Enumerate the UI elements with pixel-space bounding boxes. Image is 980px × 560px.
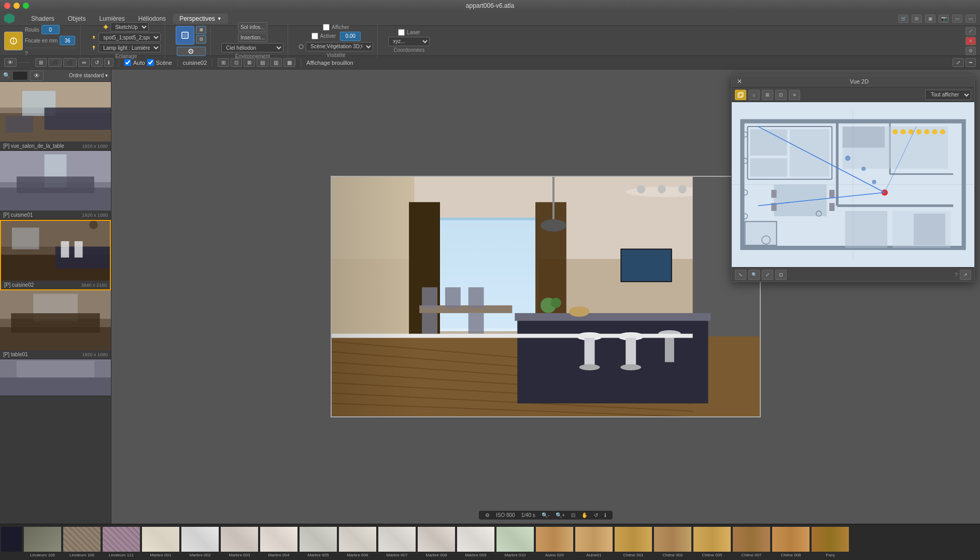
- perspective-item-cuisine02[interactable]: [P] cuisine02 3840 x 2160: [0, 220, 111, 290]
- viewport-mini-btn1[interactable]: ⊞: [196, 26, 206, 34]
- sketchup-select[interactable]: SketchUp: [110, 22, 149, 32]
- material-item-parq[interactable]: Parq: [812, 527, 849, 558]
- maximize-button[interactable]: [23, 3, 29, 9]
- search-input[interactable]: [12, 71, 28, 80]
- material-item-dark[interactable]: [1, 527, 22, 558]
- material-item-marbre006[interactable]: Marbre 006: [339, 527, 376, 558]
- auto-checkbox[interactable]: [124, 59, 131, 66]
- camera-icon-btn[interactable]: 📷: [939, 15, 949, 23]
- material-item-marbre010[interactable]: Marbre 010: [496, 527, 534, 558]
- nav-shaders[interactable]: Shaders: [25, 13, 61, 24]
- size6-btn[interactable]: ▦: [283, 58, 295, 67]
- panel-2d-grid1-btn[interactable]: ⊞: [762, 90, 773, 100]
- view-bar-expand-btn[interactable]: ⤢: [953, 58, 964, 67]
- window-controls[interactable]: [4, 3, 29, 9]
- rect1-icon-btn[interactable]: ▭: [952, 15, 962, 23]
- material-item-chene008[interactable]: Chêne 008: [772, 527, 809, 558]
- material-item-linoleum106[interactable]: Linoleum 106: [24, 527, 61, 558]
- vp-info-btn[interactable]: ℹ: [604, 512, 606, 518]
- size5-btn[interactable]: ▥: [270, 58, 282, 67]
- panel-2d-fit-all-btn[interactable]: ⊡: [775, 270, 787, 280]
- material-item-marbre005[interactable]: Marbre 005: [300, 527, 337, 558]
- size3-btn[interactable]: ⊠: [244, 58, 255, 67]
- panel-2d-pan-btn[interactable]: ⤢: [762, 270, 773, 280]
- material-thumb-marbre004: [260, 527, 297, 552]
- vp-pan-btn[interactable]: ✋: [581, 512, 588, 518]
- view-info-btn[interactable]: ℹ: [104, 58, 113, 67]
- panel-2d-view-select[interactable]: Tout afficher Caméras Lumières: [925, 90, 971, 100]
- material-item-chene001[interactable]: Chêne 001: [615, 527, 652, 558]
- minimize-button[interactable]: [13, 3, 20, 9]
- eye-visibility-btn[interactable]: 👁: [4, 58, 17, 67]
- size1-btn[interactable]: ⊞: [218, 58, 229, 67]
- view-bar-close-btn[interactable]: ━: [965, 58, 976, 67]
- viewport-mini-btn2[interactable]: ⊡: [196, 35, 206, 44]
- scene-checkbox[interactable]: [147, 59, 154, 66]
- lamp-select[interactable]: Lamp light : Lumière n: [98, 43, 161, 52]
- panel-2d-close-btn[interactable]: ✕: [735, 77, 744, 86]
- panel-2d-layers-btn[interactable]: ≡: [789, 90, 800, 100]
- perspective-item-vue-salon[interactable]: [P] vue_salon_de_la_table 1920 x 1080: [0, 82, 111, 151]
- layers-icon-btn[interactable]: ▣: [925, 15, 935, 23]
- size2-btn[interactable]: ⊡: [231, 58, 242, 67]
- vp-zoom-out-btn[interactable]: 🔍-: [542, 512, 549, 518]
- insertion-btn[interactable]: Insertion...: [238, 33, 267, 42]
- vp-refresh-btn[interactable]: ↺: [594, 512, 598, 518]
- material-item-marbre008[interactable]: Marbre 008: [418, 527, 455, 558]
- settings2-icon-btn[interactable]: ✕: [965, 37, 976, 45]
- perspective-item-extra[interactable]: [0, 359, 111, 396]
- panel-2d-home-btn[interactable]: ⌂: [748, 90, 760, 100]
- material-item-linoleum111[interactable]: Linoleum 111: [103, 527, 140, 558]
- scene-veg-select[interactable]: Scène;Végétation 3D;Ob.: [306, 42, 373, 51]
- roulis-input[interactable]: [41, 25, 60, 34]
- panel-2d-cube-btn[interactable]: [735, 90, 746, 100]
- vp-fit-btn[interactable]: ⊡: [571, 512, 575, 518]
- activer-checkbox[interactable]: [311, 33, 318, 39]
- gear-icon-btn[interactable]: ⚙: [965, 47, 976, 55]
- material-item-marbre002[interactable]: Marbre 002: [181, 527, 219, 558]
- panel-2d-zoom-out-btn[interactable]: 🔍: [748, 270, 760, 280]
- material-item-aulne001[interactable]: Aulne01: [575, 527, 613, 558]
- activer-value[interactable]: [340, 32, 361, 41]
- view-expand2-btn[interactable]: ⬛: [63, 58, 77, 67]
- rect2-icon-btn[interactable]: ▭: [965, 15, 976, 23]
- visibility-toggle[interactable]: 👁: [30, 71, 44, 81]
- view-rotate-btn[interactable]: ↺: [91, 58, 103, 67]
- panel-2d-zoom-fit-btn[interactable]: ⤡: [735, 270, 746, 280]
- close-button[interactable]: [4, 3, 10, 9]
- perspective-item-table01[interactable]: [P] table01 1920 x 1080: [0, 290, 111, 359]
- focale-input[interactable]: [60, 36, 75, 45]
- view-grid1-btn[interactable]: ⊞: [35, 58, 47, 67]
- sol-btn[interactable]: Sol infos...: [238, 22, 267, 32]
- viewport-settings-btn[interactable]: ⚙: [177, 47, 206, 56]
- camera-mode-btn[interactable]: [4, 32, 23, 50]
- material-item-chene007[interactable]: Chêne 007: [733, 527, 770, 558]
- material-item-marbre007[interactable]: Marbre 007: [378, 527, 416, 558]
- vp-zoom-in-btn[interactable]: 🔍+: [556, 512, 565, 518]
- viewport-mode-btn[interactable]: [176, 26, 194, 45]
- panel-2d-grid2-btn[interactable]: ⊡: [775, 90, 787, 100]
- material-item-chene002[interactable]: Chêne 002: [654, 527, 691, 558]
- size4-btn[interactable]: ▤: [257, 58, 268, 67]
- panel-2d-expand-btn[interactable]: ↗: [960, 270, 971, 280]
- spot-select[interactable]: spot5_1;spot5_2;spot_: [98, 33, 161, 42]
- view-arrows-btn[interactable]: ⇔: [78, 58, 90, 67]
- material-item-aulne020[interactable]: Aulne 020: [536, 527, 573, 558]
- material-item-marbre004[interactable]: Marbre 004: [260, 527, 297, 558]
- laser-checkbox[interactable]: [398, 29, 405, 36]
- expand-icon-btn[interactable]: ⤢: [965, 27, 976, 35]
- view-expand1-btn[interactable]: ⬛: [48, 58, 62, 67]
- order-label[interactable]: Ordre standard ▾: [69, 73, 108, 78]
- cart-icon-btn[interactable]: 🛒: [898, 15, 908, 23]
- grid-icon-btn[interactable]: ⊞: [912, 15, 922, 23]
- ciel-select[interactable]: Ciel héliodon: [221, 43, 283, 52]
- material-item-chene005[interactable]: Chêne 005: [693, 527, 731, 558]
- material-item-marbre001[interactable]: Marbre 001: [142, 527, 179, 558]
- afficher-checkbox[interactable]: [323, 24, 330, 31]
- material-item-marbre009[interactable]: Marbre 009: [457, 527, 494, 558]
- xyz-select[interactable]: xyz...: [388, 37, 430, 46]
- material-item-linoleum108[interactable]: Linoleum 108: [63, 527, 101, 558]
- vp-settings-btn[interactable]: ⚙: [485, 512, 490, 518]
- material-item-marbre003[interactable]: Marbre 003: [221, 527, 258, 558]
- perspective-item-cuisine01[interactable]: [P] cuisine01 1920 x 1080: [0, 151, 111, 220]
